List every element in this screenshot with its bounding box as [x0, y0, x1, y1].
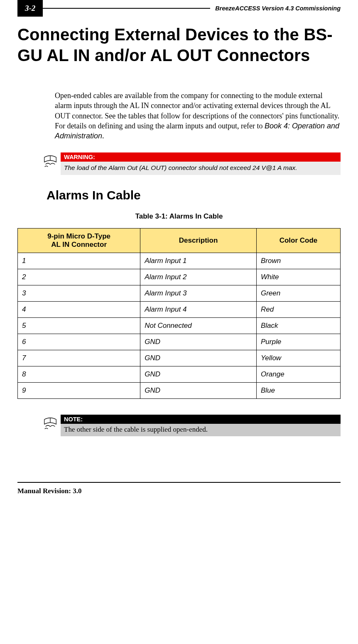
table-row: 2 Alarm Input 2 White: [18, 269, 341, 285]
cell-desc: Alarm Input 3: [140, 285, 257, 302]
table-row: 8 GND Orange: [18, 366, 341, 383]
cell-color: Black: [256, 318, 340, 334]
cell-color: Orange: [256, 366, 340, 383]
header-doc-title: BreezeACCESS Version 4.3 Commissioning: [210, 5, 341, 12]
footer-revision: Manual Revision: 3.0: [17, 487, 341, 495]
page-number-badge: 3-2: [17, 0, 43, 17]
table-row: 9 GND Blue: [18, 383, 341, 399]
book-hand-icon: [42, 415, 60, 431]
cell-desc: Not Connected: [140, 318, 257, 334]
cell-desc: Alarm Input 1: [140, 253, 257, 269]
cell-color: Red: [256, 302, 340, 318]
table-head-pin: 9-pin Micro D-Type AL IN Connector: [18, 229, 140, 253]
cell-pin: 2: [18, 269, 140, 285]
table-caption: Table 3-1: Alarms In Cable: [17, 212, 341, 221]
intro-paragraph: Open-ended cables are available from the…: [55, 91, 341, 141]
section-heading-alarms-in-cable: Alarms In Cable: [47, 188, 341, 202]
note-text: The other side of the cable is supplied …: [61, 424, 341, 436]
cell-color: Yellow: [256, 350, 340, 366]
intro-period: .: [102, 132, 104, 140]
alarms-in-cable-table: 9-pin Micro D-Type AL IN Connector Descr…: [17, 228, 341, 399]
cell-color: White: [256, 269, 340, 285]
cell-pin: 8: [18, 366, 140, 383]
cell-desc: GND: [140, 350, 257, 366]
table-header-row: 9-pin Micro D-Type AL IN Connector Descr…: [18, 229, 341, 253]
cell-pin: 6: [18, 334, 140, 350]
cell-desc: Alarm Input 2: [140, 269, 257, 285]
cell-pin: 5: [18, 318, 140, 334]
header-rule: [43, 8, 210, 9]
table-row: 1 Alarm Input 1 Brown: [18, 253, 341, 269]
warning-text: The load of the Alarm Out (AL OUT) conne…: [61, 162, 341, 175]
warning-callout: WARNING: The load of the Alarm Out (AL O…: [42, 152, 341, 175]
table-row: 6 GND Purple: [18, 334, 341, 350]
cell-desc: GND: [140, 366, 257, 383]
note-label: NOTE:: [61, 415, 341, 424]
cell-color: Brown: [256, 253, 340, 269]
footer-rule: [17, 482, 341, 483]
cell-desc: GND: [140, 383, 257, 399]
table-head-color-code: Color Code: [256, 229, 340, 253]
cell-desc: Alarm Input 4: [140, 302, 257, 318]
th-line1: 9-pin Micro D-Type: [22, 232, 136, 241]
cell-pin: 7: [18, 350, 140, 366]
cell-pin: 3: [18, 285, 140, 302]
table-row: 3 Alarm Input 3 Green: [18, 285, 341, 302]
cell-pin: 1: [18, 253, 140, 269]
cell-color: Green: [256, 285, 340, 302]
table-row: 4 Alarm Input 4 Red: [18, 302, 341, 318]
cell-pin: 9: [18, 383, 140, 399]
table-row: 7 GND Yellow: [18, 350, 341, 366]
th-line2: AL IN Connector: [22, 241, 136, 249]
cell-color: Blue: [256, 383, 340, 399]
table-head-description: Description: [140, 229, 257, 253]
cell-color: Purple: [256, 334, 340, 350]
cell-desc: GND: [140, 334, 257, 350]
page-header: 3-2 BreezeACCESS Version 4.3 Commissioni…: [17, 0, 341, 17]
cell-pin: 4: [18, 302, 140, 318]
table-row: 5 Not Connected Black: [18, 318, 341, 334]
page-title: Connecting External Devices to the BS-GU…: [17, 24, 341, 66]
warning-label: WARNING:: [61, 152, 341, 162]
book-hand-icon: [42, 153, 60, 169]
note-callout: NOTE: The other side of the cable is sup…: [42, 415, 341, 436]
